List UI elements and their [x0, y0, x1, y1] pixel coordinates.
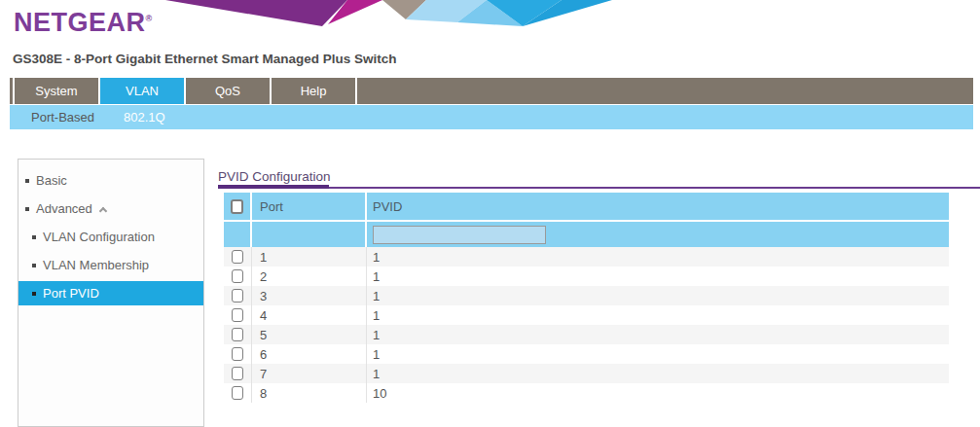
sidebar-item-advanced[interactable]: Advanced	[18, 196, 203, 221]
subnav-item-8021q[interactable]: 802.1Q	[124, 110, 165, 125]
bullet-icon	[25, 207, 29, 211]
port-cell: 5	[252, 325, 367, 344]
table-row: 3 1	[224, 286, 949, 305]
bullet-icon	[25, 179, 29, 183]
registered-mark: ®	[146, 14, 153, 23]
table-row: 5 1	[224, 325, 949, 344]
column-header-port: Port	[252, 193, 367, 220]
pvid-table: Port PVID 1 1 2 1 3 1 4 1 5 1 6 1	[224, 193, 949, 403]
heading-rule	[218, 187, 980, 189]
row-checkbox[interactable]	[232, 367, 243, 380]
device-title: GS308E - 8-Port Gigabit Ethernet Smart M…	[13, 52, 397, 66]
vlan-subnav: Port-Based 802.1Q	[10, 105, 973, 129]
row-checkbox[interactable]	[232, 308, 243, 322]
port-cell: 2	[252, 267, 367, 286]
table-row: 4 1	[224, 305, 949, 325]
table-row: 6 1	[224, 344, 949, 364]
row-checkbox[interactable]	[232, 269, 243, 283]
pvid-cell: 1	[367, 364, 949, 383]
sidebar-item-vlan-configuration[interactable]: VLAN Configuration	[18, 225, 203, 249]
port-cell: 6	[252, 344, 367, 364]
main-nav: System VLAN QoS Help	[10, 78, 973, 104]
row-checkbox[interactable]	[232, 250, 243, 264]
sidebar-item-label: VLAN Membership	[43, 253, 149, 277]
table-row: 8 10	[224, 383, 949, 403]
pvid-cell: 1	[367, 325, 949, 344]
pvid-cell: 1	[367, 305, 949, 325]
port-cell: 4	[252, 305, 367, 325]
column-header-pvid: PVID	[367, 193, 949, 220]
bullet-icon	[32, 292, 36, 296]
nav-tab-qos[interactable]: QoS	[184, 78, 270, 104]
port-cell: 3	[252, 286, 367, 305]
pvid-input[interactable]	[373, 226, 546, 244]
sidebar: Basic Advanced VLAN Configuration VLAN M…	[18, 159, 204, 427]
subnav-item-port-based[interactable]: Port-Based	[31, 110, 94, 125]
pvid-cell: 1	[367, 267, 949, 286]
netgear-logo-text: NETGEAR	[14, 8, 146, 37]
sidebar-item-label: Basic	[36, 168, 67, 193]
pvid-cell: 10	[367, 383, 949, 403]
edit-port-cell	[252, 222, 367, 247]
port-cell: 8	[252, 383, 367, 403]
header-checkbox-cell	[224, 193, 252, 220]
row-checkbox[interactable]	[232, 328, 243, 341]
table-row: 7 1	[224, 364, 949, 383]
bullet-icon	[32, 235, 36, 239]
nav-tab-system[interactable]: System	[13, 78, 98, 104]
table-header-row: Port PVID	[224, 193, 949, 220]
row-checkbox[interactable]	[232, 386, 243, 400]
table-edit-row	[224, 222, 949, 247]
heading-rule-accent	[218, 185, 329, 189]
row-checkbox[interactable]	[232, 289, 243, 302]
edit-pvid-cell	[367, 222, 949, 247]
pvid-cell: 1	[367, 286, 949, 305]
sidebar-item-label: Advanced	[36, 196, 92, 221]
pvid-cell: 1	[367, 247, 949, 267]
table-row: 1 1	[224, 247, 949, 267]
table-row: 2 1	[224, 267, 949, 286]
nav-tab-help[interactable]: Help	[270, 78, 355, 104]
port-cell: 1	[252, 247, 367, 267]
edit-checkbox-cell	[224, 222, 252, 247]
bullet-icon	[32, 264, 36, 267]
row-checkbox[interactable]	[232, 347, 243, 361]
page-title: PVID Configuration	[218, 169, 331, 184]
chevron-up-icon	[99, 206, 107, 214]
sidebar-item-label: VLAN Configuration	[43, 225, 155, 249]
sidebar-item-vlan-membership[interactable]: VLAN Membership	[18, 253, 203, 277]
sidebar-item-port-pvid[interactable]: Port PVID	[18, 281, 203, 305]
pvid-cell: 1	[367, 344, 949, 364]
netgear-logo: NETGEAR®	[14, 8, 153, 38]
sidebar-item-label: Port PVID	[43, 281, 99, 305]
port-cell: 7	[252, 364, 367, 383]
select-all-checkbox[interactable]	[231, 199, 243, 214]
nav-filler	[355, 78, 973, 104]
nav-tab-vlan[interactable]: VLAN	[98, 78, 184, 104]
sidebar-item-basic[interactable]: Basic	[18, 168, 203, 193]
